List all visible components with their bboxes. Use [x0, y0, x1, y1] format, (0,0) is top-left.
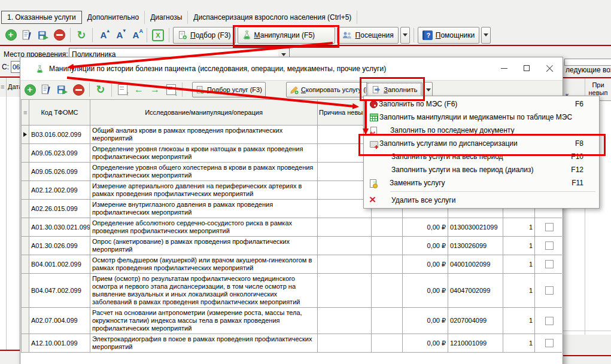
- window-controls: [494, 60, 559, 76]
- price-cell: 0,00 ₽: [403, 237, 448, 255]
- tab[interactable]: Дополнительно: [82, 11, 145, 24]
- visits-button[interactable]: Посещения: [337, 27, 399, 44]
- menu-item-shortcut: F12: [571, 166, 583, 174]
- tab[interactable]: 1. Оказанные услуги: [1, 11, 82, 24]
- grid-red-line: [563, 355, 611, 356]
- chevron-down-icon: [484, 33, 488, 36]
- dialog-titlebar[interactable]: Манипуляции по истории болезни пациента …: [20, 57, 563, 80]
- menu-item-label: Заполнить услугами по диспансеризации: [379, 139, 568, 148]
- menu-item[interactable]: Заполнить манипуляции и медикаменты по т…: [364, 111, 599, 124]
- corner-cell[interactable]: [22, 100, 29, 126]
- main-toolbar: A A A X Подбор (F3) Манипуляции (F5) Пос…: [0, 25, 611, 45]
- checkbox-cell: [535, 218, 563, 237]
- row-checkbox[interactable]: [545, 286, 554, 295]
- reason-cell: [318, 237, 372, 255]
- menu-separator: [390, 191, 595, 192]
- tfoms-code-cell: 04047002099: [448, 274, 503, 308]
- manipulations-button[interactable]: Манипуляции (F5): [238, 27, 335, 44]
- add-button[interactable]: [4, 28, 18, 42]
- service-name-cell: Общий анализ крови в рамках проведения п…: [90, 126, 318, 144]
- menu-item[interactable]: Заменить услугу F11: [364, 176, 599, 189]
- table-row[interactable]: A01.30.030.021.099 Определение абсолютно…: [22, 218, 563, 237]
- service-code-cell: A02.26.015.099: [29, 200, 90, 218]
- tfoms-code-cell: 04001002099: [448, 255, 503, 274]
- tab-label: Диагнозы: [150, 13, 182, 22]
- table-row[interactable]: A01.30.026.099 Опрос (анкетирование) в р…: [22, 237, 563, 255]
- font-decrease-button[interactable]: A: [113, 28, 127, 42]
- font-increase-button[interactable]: A: [96, 28, 111, 42]
- tab[interactable]: Диагнозы: [145, 11, 188, 24]
- first-record-button[interactable]: [115, 82, 130, 97]
- column-header-name[interactable]: Исследование/манипуляция/операция: [90, 100, 318, 126]
- menu-item-label: Заполнить услуги на весь период: [391, 152, 564, 161]
- refresh-button[interactable]: [74, 28, 89, 42]
- menu-item-label: Удалить все услуги: [391, 196, 576, 204]
- minimize-icon: [501, 68, 507, 69]
- add-service-button[interactable]: [23, 82, 37, 97]
- minimize-button[interactable]: [494, 60, 513, 76]
- visits-dropdown-button[interactable]: [400, 27, 410, 44]
- close-button[interactable]: [540, 60, 559, 76]
- menu-item-shortcut: F11: [572, 179, 583, 187]
- service-name-cell: Прием (осмотр) по результатам профилакти…: [90, 274, 318, 308]
- menu-item-icon: [369, 152, 378, 161]
- excel-export-button[interactable]: X: [151, 28, 165, 42]
- save-service-button[interactable]: [55, 82, 69, 97]
- window-background: [563, 335, 611, 364]
- toolbar-separator: [147, 28, 147, 42]
- price-cell: 0,00 ₽: [403, 334, 448, 353]
- menu-item[interactable]: Заполнить услугами по диспансеризации F8: [364, 137, 599, 150]
- maximize-button[interactable]: [517, 60, 536, 76]
- menu-item-shortcut: F6: [575, 100, 583, 108]
- row-checkbox[interactable]: [545, 260, 554, 268]
- row-checkbox[interactable]: [545, 339, 554, 347]
- tab[interactable]: Диспансеризация взрослого населения (Ctr…: [188, 11, 357, 24]
- close-icon: [546, 65, 554, 72]
- podbor-services-button[interactable]: Подбор услуг (F3): [192, 82, 266, 97]
- refresh-list-button[interactable]: [93, 82, 108, 97]
- toolbar-separator: [169, 28, 169, 42]
- table-row[interactable]: A12.10.001.099 Электрокардиография в пок…: [22, 334, 563, 353]
- reason-cell: [318, 334, 372, 353]
- edit-document-icon: [22, 30, 32, 41]
- row-checkbox[interactable]: [545, 223, 554, 231]
- menu-item[interactable]: Заполнить по МЭС (F6) F6: [364, 97, 599, 111]
- table-row[interactable]: B04.047.002.099 Прием (осмотр) по резуль…: [22, 274, 563, 308]
- main-grid-header-fragment: Дата: [0, 78, 20, 97]
- extra-cell: [372, 274, 403, 308]
- edit-service-button[interactable]: [39, 82, 53, 97]
- delete-button[interactable]: [52, 28, 66, 42]
- grid-column-line: [6, 78, 7, 350]
- row-checkbox[interactable]: [545, 241, 554, 250]
- column-header-code[interactable]: Код ТФОМС: [29, 100, 90, 126]
- table-row[interactable]: B04.001.002.099 Осмотр фельдшером (акуше…: [22, 255, 563, 274]
- save-icon: [38, 30, 48, 41]
- menu-item[interactable]: Заполнить услуги на весь период (диализ)…: [364, 163, 599, 176]
- tab-bar: 1. Оказанные услуги Дополнительно Диагно…: [1, 11, 357, 24]
- helpers-dropdown-button[interactable]: [481, 27, 491, 44]
- service-code-cell: A01.30.026.099: [29, 237, 90, 255]
- column-header-fragment: При невып: [585, 81, 611, 97]
- next-record-button[interactable]: →: [148, 82, 162, 97]
- sheet-plus-icon: [196, 85, 205, 94]
- previous-record-button[interactable]: ←: [132, 82, 146, 97]
- font-size-button[interactable]: A: [129, 28, 143, 42]
- minus-icon: [73, 84, 84, 96]
- price-cell: 0,00 ₽: [403, 274, 448, 308]
- save-button[interactable]: [36, 28, 50, 42]
- right-arrow-icon: →: [150, 85, 160, 94]
- table-row[interactable]: A02.07.004.099 Расчет на основании антро…: [22, 308, 563, 334]
- toolbar-underline: [0, 45, 611, 46]
- menu-item[interactable]: Заполнить услуги на весь период F10: [364, 150, 599, 163]
- row-checkbox[interactable]: [545, 317, 554, 325]
- menu-item[interactable]: Заполнить по последнему документу: [364, 124, 599, 137]
- podbor-button[interactable]: Подбор (F3): [173, 27, 236, 44]
- menu-item[interactable]: Удалить все услуги: [364, 194, 599, 207]
- helpers-button[interactable]: Помощники: [418, 27, 479, 44]
- font-size-icon: A: [129, 30, 142, 40]
- last-record-button[interactable]: [164, 82, 178, 97]
- delete-service-button[interactable]: [71, 82, 86, 97]
- edit-button[interactable]: [20, 28, 34, 42]
- list-icon: [1, 83, 4, 90]
- fill-dropdown-menu: Заполнить по МЭС (F6) F6 Заполнить манип…: [363, 96, 600, 209]
